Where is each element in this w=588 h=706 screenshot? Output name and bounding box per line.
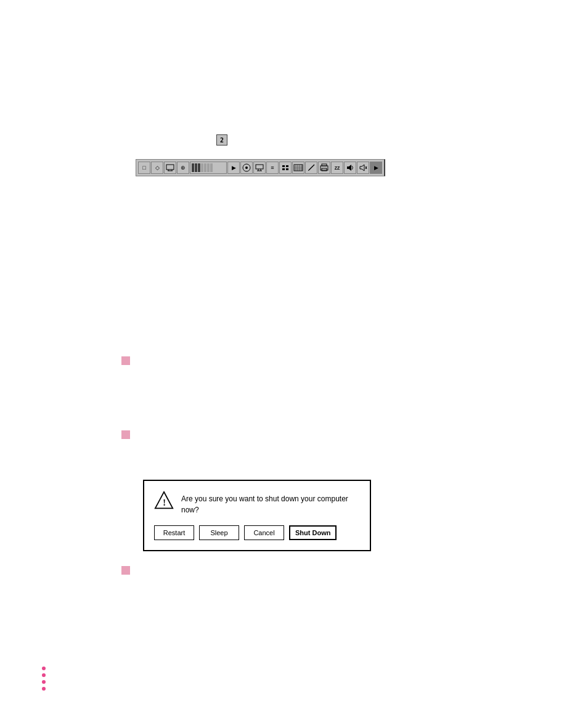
stack-icon-btn[interactable]: ≡	[266, 162, 279, 174]
dialog-buttons-row: Restart Sleep Cancel Shut Down	[154, 525, 360, 540]
pink-dot-2	[42, 673, 46, 677]
svg-line-23	[308, 170, 309, 171]
bullet-marker-1	[121, 356, 130, 365]
svg-point-5	[245, 166, 248, 169]
number-badge: 2	[216, 134, 227, 146]
svg-line-22	[313, 165, 314, 166]
svg-rect-12	[282, 168, 285, 170]
keyboard-icon-btn[interactable]	[292, 162, 304, 174]
connect-icon-btn[interactable]: ⊕	[177, 162, 189, 174]
sleep-icon-btn[interactable]: ZZ	[331, 162, 343, 174]
pink-dot-4	[42, 687, 46, 691]
sleep-button[interactable]: Sleep	[199, 525, 239, 540]
svg-text:!: !	[163, 498, 166, 507]
pink-dots-decoration	[42, 667, 46, 691]
arrow-end-btn[interactable]: ▶	[370, 162, 382, 174]
toolbar-container: □ ◇ ⊕ ▶	[136, 159, 385, 176]
svg-rect-13	[286, 168, 288, 170]
dialog-content-area: ! Are you sure you want to shut down you…	[154, 491, 360, 515]
monitor-icon-btn[interactable]	[253, 162, 266, 174]
pink-dot-1	[42, 667, 46, 670]
bullet-marker-2	[121, 430, 130, 439]
warning-icon: !	[154, 491, 174, 511]
window-icon-btn[interactable]: □	[138, 162, 150, 174]
shutdown-button[interactable]: Shut Down	[289, 525, 337, 540]
diamond-icon-btn[interactable]: ◇	[151, 162, 163, 174]
printer-icon-btn[interactable]	[318, 162, 330, 174]
shutdown-dialog: ! Are you sure you want to shut down you…	[143, 480, 371, 551]
bullet-marker-3	[121, 566, 130, 575]
screen-icon-btn[interactable]	[164, 162, 176, 174]
restart-button[interactable]: Restart	[154, 525, 194, 540]
progress-bar-indicator	[190, 162, 227, 174]
toolbar: □ ◇ ⊕ ▶	[136, 159, 385, 176]
svg-rect-10	[282, 165, 285, 167]
pink-dot-3	[42, 680, 46, 684]
disc-icon-btn[interactable]	[240, 162, 253, 174]
cancel-button[interactable]: Cancel	[244, 525, 284, 540]
pen-icon-btn[interactable]	[305, 162, 317, 174]
svg-rect-11	[286, 165, 288, 167]
arrow-icon-btn[interactable]: ▶	[227, 162, 240, 174]
smallrect-icon-btn[interactable]	[279, 162, 292, 174]
sound-icon-btn[interactable]	[344, 162, 356, 174]
svg-marker-28	[360, 165, 364, 171]
dialog-message-text: Are you sure you want to shut down your …	[181, 491, 360, 515]
svg-rect-0	[166, 165, 174, 170]
svg-marker-27	[347, 165, 351, 171]
alt-sound-icon-btn[interactable]	[357, 162, 369, 174]
svg-rect-25	[322, 164, 327, 166]
svg-rect-6	[256, 165, 263, 169]
svg-line-21	[309, 166, 313, 170]
